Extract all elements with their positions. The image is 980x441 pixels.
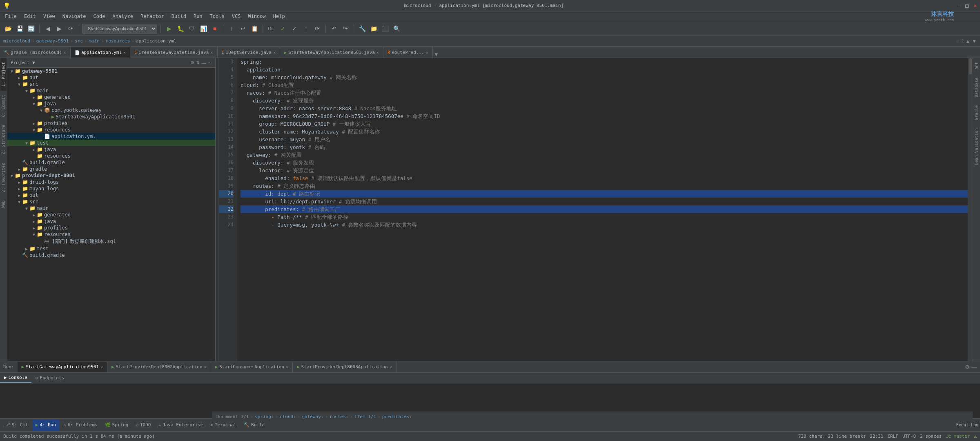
- bottom-tab-run[interactable]: ▶ 4: Run: [32, 419, 59, 431]
- project-settings-btn[interactable]: ⋯: [207, 60, 212, 65]
- tree-out[interactable]: ▶ 📁 out: [7, 74, 215, 81]
- tree-provider-root[interactable]: ▼ 📁 provider-dept-8001: [7, 172, 215, 179]
- tab-idept-close[interactable]: ✕: [273, 50, 276, 55]
- breadcrumb-file[interactable]: application.yml: [136, 38, 176, 44]
- panel-favorites[interactable]: 2: Favorites: [0, 159, 7, 196]
- menu-tools[interactable]: Tools: [207, 13, 228, 20]
- tab-routepred[interactable]: R RoutePred... ✕: [383, 47, 433, 58]
- code-content[interactable]: spring: application: name: microcloud.ga…: [237, 58, 968, 361]
- tab-sg-close[interactable]: ✕: [376, 50, 379, 55]
- run-tab-provider8003[interactable]: ▶ StartProviderDept8003Application ✕: [293, 362, 396, 372]
- breadcrumb-src[interactable]: src: [75, 38, 83, 44]
- history-btn[interactable]: 📋: [249, 24, 259, 33]
- git-push-btn[interactable]: ↑: [301, 24, 311, 33]
- tree-sql-file[interactable]: ▶ 🗃 【部门】数据库创建脚本.sql: [7, 238, 215, 245]
- tree-druid-logs[interactable]: ▶ 📁 druid-logs: [7, 179, 215, 185]
- menu-view[interactable]: View: [40, 13, 58, 20]
- encoding[interactable]: UTF-8: [902, 434, 916, 439]
- forward-btn[interactable]: ▶: [54, 24, 64, 33]
- tree-test2[interactable]: ▶ 📁 test: [7, 245, 215, 252]
- run-sub-console[interactable]: ▶ Console: [0, 372, 31, 383]
- tab-yaml-close[interactable]: ✕: [123, 50, 126, 55]
- code-editor[interactable]: 3 4 5 6 7 8 9 10 11 12 13 14 15 16 17 18…: [216, 58, 973, 361]
- search-everywhere-btn[interactable]: 🔍: [392, 24, 401, 33]
- tree-profiles[interactable]: ▶ 📁 profiles: [7, 120, 215, 127]
- path-spring[interactable]: spring:: [255, 414, 274, 419]
- path-routes[interactable]: routes:: [330, 414, 348, 419]
- panel-bean-validation[interactable]: Bean Validation: [973, 124, 980, 169]
- tree-gateway-root[interactable]: ▼ 📁 gateway-9501: [7, 68, 215, 74]
- menu-vcs[interactable]: VCS: [229, 13, 244, 20]
- run-tab-start-gateway[interactable]: ▶ StartGatewayApplication9501 ✕: [18, 362, 107, 372]
- event-log-label[interactable]: Event Log: [956, 423, 978, 427]
- run-tab-prov8002-close[interactable]: ✕: [204, 365, 207, 369]
- tree-start-app[interactable]: ▶ ▶ StartGatewayApplication9501: [7, 114, 215, 120]
- tab-gradle[interactable]: 🔨 gradle (microcloud) ✕: [0, 47, 71, 58]
- menu-navigate[interactable]: Navigate: [59, 13, 89, 20]
- tree-src2[interactable]: ▼ 📁 src: [7, 198, 215, 205]
- panel-web[interactable]: Web: [0, 196, 7, 212]
- panel-commit[interactable]: 0: Commit: [0, 91, 7, 121]
- path-gateway[interactable]: gateway:: [302, 414, 323, 419]
- run-tab-prov8003-close[interactable]: ✕: [390, 365, 392, 369]
- tree-muyan-logs[interactable]: ▶ 📁 muyan-logs: [7, 185, 215, 192]
- tree-profiles2[interactable]: ▶ 📁 profiles: [7, 225, 215, 231]
- menu-refactor[interactable]: Refactor: [137, 13, 167, 20]
- vcs-btn[interactable]: 📁: [369, 24, 379, 33]
- bc-collapse-btn[interactable]: ▲: [965, 38, 970, 44]
- tree-gradle[interactable]: ▶ 📁 gradle: [7, 166, 215, 172]
- project-sort-btn[interactable]: ⇅: [196, 60, 200, 65]
- run-sub-endpoints[interactable]: ⊕ Endpoints: [31, 372, 68, 383]
- breadcrumb-gateway[interactable]: gateway-9501: [36, 38, 69, 44]
- git-update-btn[interactable]: ✓: [290, 24, 299, 33]
- tree-test[interactable]: ▼ 📁 test: [7, 140, 215, 146]
- tree-java-test[interactable]: ▶ 📁 java: [7, 146, 215, 153]
- tab-idept[interactable]: I IDeptService.java ✕: [218, 47, 281, 58]
- line-ending[interactable]: CRLF: [887, 434, 898, 439]
- close-btn[interactable]: ✕: [973, 2, 977, 9]
- run-tab-provider8002[interactable]: ▶ StartProviderDept8002Application ✕: [107, 362, 211, 372]
- toggle-btn[interactable]: ⬛: [380, 24, 390, 33]
- tab-cg-close[interactable]: ✕: [210, 50, 213, 55]
- open-btn[interactable]: 📂: [3, 24, 13, 33]
- tab-create-gateway[interactable]: C CreateGatewayDatetime.java ✕: [130, 47, 217, 58]
- tree-java[interactable]: ▼ 📁 java: [7, 100, 215, 107]
- editor-scrollbar[interactable]: [968, 58, 973, 361]
- project-gear-btn[interactable]: ⚙: [190, 60, 194, 65]
- tree-pkg[interactable]: ▼ 📦 com.yootk.gateway: [7, 107, 215, 114]
- run-tab-consumer[interactable]: ▶ StartConsumerApplication ✕: [211, 362, 293, 372]
- tree-build-gradle[interactable]: ▶ 🔨 build.gradle: [7, 159, 215, 166]
- bottom-tab-spring[interactable]: 🌿 Spring: [102, 419, 132, 431]
- run-settings-btn[interactable]: ⚙: [965, 364, 970, 370]
- save-btn[interactable]: 💾: [15, 24, 24, 33]
- recent-btn[interactable]: ⟳: [66, 24, 76, 33]
- git-fetch-btn[interactable]: ⟳: [312, 24, 322, 33]
- tree-resources-test[interactable]: ▶ 📁 resources: [7, 153, 215, 159]
- menu-window[interactable]: Window: [245, 13, 269, 20]
- tree-build-gradle2[interactable]: ▶ 🔨 build.gradle: [7, 252, 215, 258]
- menu-analyze[interactable]: Analyze: [109, 13, 136, 20]
- breadcrumb-microcloud[interactable]: microcloud: [3, 38, 30, 44]
- menu-file[interactable]: File: [2, 13, 20, 20]
- panel-project[interactable]: 1: Project: [0, 58, 7, 91]
- run-close-btn[interactable]: —: [971, 364, 977, 370]
- tree-resources[interactable]: ▼ 📁 resources: [7, 127, 215, 133]
- run-with-coverage-btn[interactable]: 🛡: [187, 24, 197, 33]
- menu-edit[interactable]: Edit: [21, 13, 39, 20]
- menu-run[interactable]: Run: [190, 13, 206, 20]
- tab-application-yml[interactable]: 📄 application.yml ✕: [71, 47, 130, 58]
- menu-help[interactable]: Help: [270, 13, 288, 20]
- revert-btn[interactable]: ↩: [238, 24, 248, 33]
- back-btn[interactable]: ◀: [43, 24, 53, 33]
- tree-java2[interactable]: ▶ 📁 java: [7, 218, 215, 225]
- tree-resources2[interactable]: ▼ 📁 resources: [7, 231, 215, 238]
- profile-btn[interactable]: 📊: [198, 24, 208, 33]
- path-item[interactable]: Item 1/1: [354, 414, 376, 419]
- bottom-tab-java-enterprise[interactable]: ☕ Java Enterprise: [155, 419, 206, 431]
- indent[interactable]: 2 spaces: [920, 434, 942, 439]
- path-predicates[interactable]: predicates:: [382, 414, 412, 419]
- menu-build[interactable]: Build: [168, 13, 189, 20]
- bc-expand-btn[interactable]: ▼: [972, 38, 977, 44]
- bottom-tab-todo[interactable]: ☑ TODO: [132, 419, 154, 431]
- run-tab-start-close[interactable]: ✕: [100, 365, 103, 369]
